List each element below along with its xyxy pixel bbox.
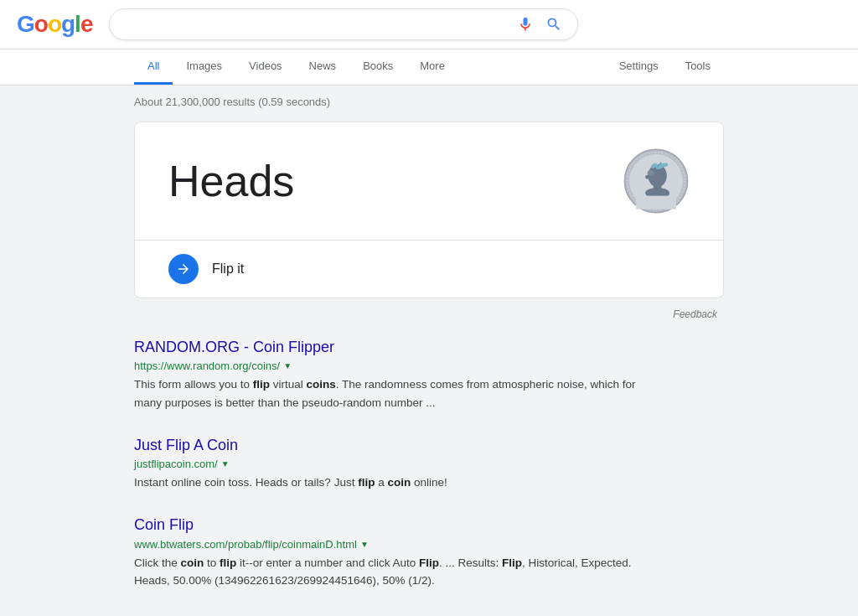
main-content: About 21,300,000 results (0.59 seconds) … xyxy=(0,85,858,616)
result-url-row-1: https://www.random.org/coins/ ▼ xyxy=(134,360,724,372)
tab-news[interactable]: News xyxy=(296,49,350,85)
logo-e: e xyxy=(80,11,93,38)
arrow-right-icon xyxy=(176,261,191,277)
result-url-1: https://www.random.org/coins/ xyxy=(134,360,280,372)
svg-point-7 xyxy=(645,175,650,179)
search-icon xyxy=(545,16,562,33)
nav-right: Settings Tools xyxy=(606,49,724,85)
tab-more[interactable]: More xyxy=(406,49,458,85)
search-results: RANDOM.ORG - Coin Flipper https://www.ra… xyxy=(134,337,724,589)
flip-label: Flip it xyxy=(212,261,244,277)
search-result-3: Coin Flip www.btwaters.com/probab/flip/c… xyxy=(134,515,724,589)
microphone-icon xyxy=(517,16,534,33)
result-title-1[interactable]: RANDOM.ORG - Coin Flipper xyxy=(134,339,334,355)
google-logo: Google xyxy=(17,11,92,38)
tab-images[interactable]: Images xyxy=(173,49,235,85)
tab-tools[interactable]: Tools xyxy=(672,49,724,85)
result-title-3[interactable]: Coin Flip xyxy=(134,516,194,533)
result-count: About 21,300,000 results (0.59 seconds) xyxy=(134,96,724,108)
search-input[interactable]: flip a coin xyxy=(123,17,507,32)
result-url-row-3: www.btwaters.com/probab/flip/coinmainD.h… xyxy=(134,538,724,551)
header: Google flip a coin xyxy=(0,0,858,49)
feedback-row: Feedback xyxy=(134,305,724,324)
tab-settings[interactable]: Settings xyxy=(606,49,672,85)
logo-g: G xyxy=(17,11,34,38)
search-button[interactable] xyxy=(544,14,564,34)
tab-books[interactable]: Books xyxy=(349,49,406,85)
nav-tabs: All Images Videos News Books More Settin… xyxy=(0,49,858,85)
result-url-row-2: justflipacoin.com/ ▼ xyxy=(134,458,724,470)
tab-all[interactable]: All xyxy=(134,49,173,85)
result-url-2: justflipacoin.com/ xyxy=(134,458,218,470)
coin-result: Heads xyxy=(168,156,294,206)
result-dropdown-arrow-1[interactable]: ▼ xyxy=(283,361,292,370)
search-result-1: RANDOM.ORG - Coin Flipper https://www.ra… xyxy=(134,337,724,412)
logo-o2: o xyxy=(48,11,61,38)
flip-button-area: Flip it xyxy=(135,241,723,298)
logo-l: l xyxy=(75,11,80,38)
voice-search-button[interactable] xyxy=(515,14,535,34)
result-url-3: www.btwaters.com/probab/flip/coinmainD.h… xyxy=(134,538,357,551)
logo-g2: g xyxy=(61,11,75,38)
search-bar: flip a coin xyxy=(109,8,578,40)
coin-display: Heads xyxy=(135,122,723,241)
svg-rect-6 xyxy=(636,196,676,210)
coin-widget: Heads xyxy=(134,122,724,298)
result-title-2[interactable]: Just Flip A Coin xyxy=(134,437,238,453)
logo-o1: o xyxy=(34,11,48,38)
result-snippet-3: Click the coin to flip it--or enter a nu… xyxy=(134,554,654,590)
result-snippet-1: This form allows you to flip virtual coi… xyxy=(134,375,654,412)
result-dropdown-arrow-3[interactable]: ▼ xyxy=(360,540,369,549)
svg-point-8 xyxy=(648,170,654,175)
tab-videos[interactable]: Videos xyxy=(235,49,296,85)
flip-button[interactable] xyxy=(168,254,199,284)
feedback-label[interactable]: Feedback xyxy=(673,308,717,320)
coin-image xyxy=(623,148,690,215)
result-snippet-2: Instant online coin toss. Heads or tails… xyxy=(134,474,654,491)
search-result-2: Just Flip A Coin justflipacoin.com/ ▼ In… xyxy=(134,435,724,492)
result-dropdown-arrow-2[interactable]: ▼ xyxy=(221,459,230,468)
